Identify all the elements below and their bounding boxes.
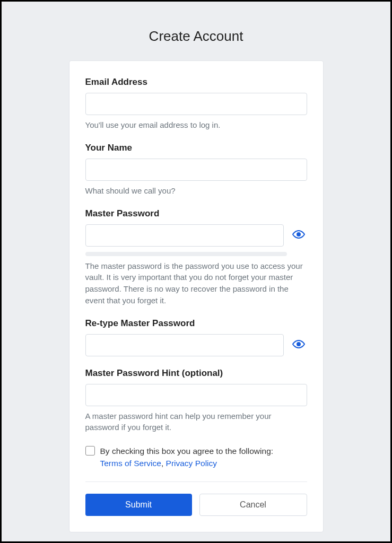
master-password-label: Master Password (85, 208, 307, 219)
terms-of-service-link[interactable]: Terms of Service (100, 459, 161, 468)
name-input[interactable] (85, 159, 307, 181)
master-password-input[interactable] (85, 224, 284, 247)
name-label: Your Name (85, 143, 307, 153)
page-title: Create Account (149, 28, 243, 45)
name-hint: What should we call you? (85, 185, 307, 197)
email-hint: You'll use your email address to log in. (85, 119, 307, 131)
agreement-text-container: By checking this box you agree to the fo… (100, 445, 274, 470)
master-password-group: Master Password The master password is t… (85, 208, 307, 306)
toggle-retype-password-visibility-button[interactable] (290, 336, 307, 354)
agreement-checkbox[interactable] (85, 446, 95, 456)
password-hint-help: A master password hint can help you reme… (85, 410, 307, 434)
password-hint-label: Master Password Hint (optional) (85, 368, 307, 379)
password-hint-input[interactable] (85, 384, 307, 406)
password-hint-group: Master Password Hint (optional) A master… (85, 368, 307, 434)
agreement-row: By checking this box you agree to the fo… (85, 445, 307, 470)
email-label: Email Address (85, 77, 307, 87)
master-password-hint-text: The master password is the password you … (85, 260, 307, 306)
button-row: Submit Cancel (85, 494, 307, 516)
eye-icon (292, 228, 305, 242)
toggle-master-password-visibility-button[interactable] (290, 226, 307, 244)
cancel-button[interactable]: Cancel (199, 494, 307, 516)
submit-button[interactable]: Submit (85, 494, 192, 516)
svg-point-0 (297, 233, 300, 236)
retype-master-password-input[interactable] (85, 334, 284, 356)
eye-icon (292, 338, 305, 352)
email-group: Email Address You'll use your email addr… (85, 77, 307, 131)
privacy-policy-link[interactable]: Privacy Policy (166, 459, 217, 468)
svg-point-1 (297, 343, 300, 346)
retype-master-password-label: Re-type Master Password (85, 318, 307, 329)
create-account-form: Email Address You'll use your email addr… (69, 60, 324, 532)
agreement-separator: , (161, 459, 166, 468)
retype-master-password-group: Re-type Master Password (85, 318, 307, 356)
divider (85, 481, 307, 482)
name-group: Your Name What should we call you? (85, 143, 307, 197)
agreement-text: By checking this box you agree to the fo… (100, 446, 274, 456)
email-input[interactable] (85, 93, 307, 115)
password-strength-meter (85, 252, 287, 256)
